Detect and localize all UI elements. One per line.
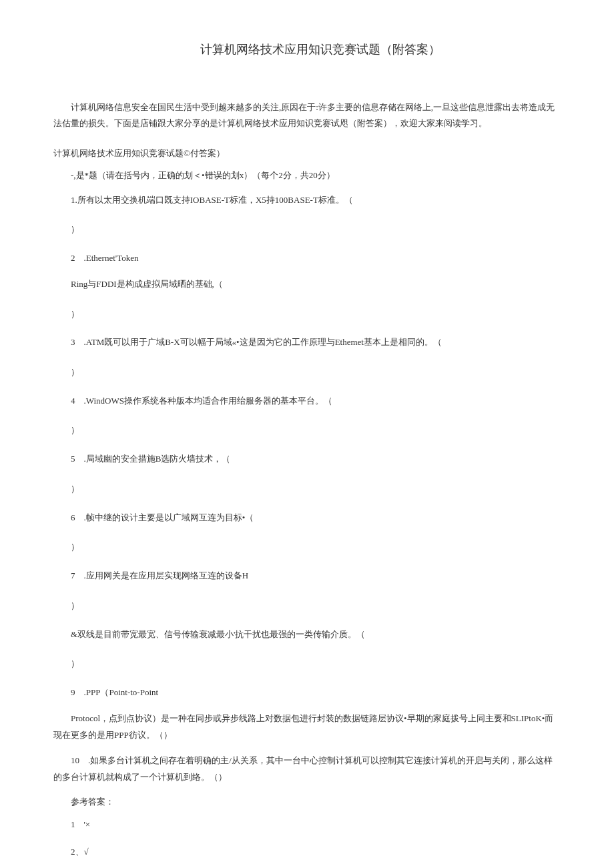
answers-label: 参考答案： bbox=[53, 795, 561, 809]
paren-7: ） bbox=[53, 599, 561, 613]
section-header: 计算机网络技术应用知识竞赛试题©付答案） bbox=[53, 145, 561, 162]
question-6: 6 .帧中继的设计主要是以广域网互连为目标•（ bbox=[53, 510, 561, 526]
paren-6: ） bbox=[53, 540, 561, 554]
paren-4: ） bbox=[53, 424, 561, 438]
question-4: 4 .WindOWS操作系统各种版本均适合作用绐服务器的基本平台。（ bbox=[53, 393, 561, 410]
page-title: 计算机网络技术应用知识竞赛试题（附答案） bbox=[53, 40, 561, 59]
paren-2: ） bbox=[53, 308, 561, 322]
sub-header: -,是*题（请在括号内，正确的划＜•错误的划x）（每个2分，共20分） bbox=[53, 169, 561, 183]
intro-paragraph: 计算机网络信息安全在国民生活中受到越来越多的关注,原因在于:许多主要的信息存储在… bbox=[53, 99, 561, 132]
question-9a: 9 .PPP（Point-to-Point bbox=[53, 685, 561, 701]
paren-1: ） bbox=[53, 223, 561, 237]
question-3: 3 .ATM既可以用于广域B-X可以幅于局域«•这是因为它的工作原理与Ethem… bbox=[53, 334, 561, 351]
question-8: &双线是目前带宽最宽、信号传输衰减最小'抗干扰也最强的一类传输介质。（ bbox=[53, 626, 561, 643]
question-1: 1.所有以太用交换机端口既支持IOBASE-T标准，X5持100BASE-T标准… bbox=[53, 192, 561, 209]
question-7: 7 .应用网关是在应用层实现网络互连的设备H bbox=[53, 568, 561, 584]
question-10: 10 .如果多台计算机之间存在着明确的主/从关系，其中一台中心控制计算机可以控制… bbox=[53, 753, 561, 785]
question-5: 5 .局域幽的安全措施B选防火墙技术，（ bbox=[53, 451, 561, 468]
answer-2: 2、√ bbox=[53, 845, 561, 859]
question-9b: Protocol，点到点协议）是一种在同步或异步线路上对数据包进行封装的数据链路… bbox=[53, 711, 561, 743]
question-2b: Ring与FDDI是构成虚拟局域晒的基础,（ bbox=[53, 276, 561, 293]
answer-1: 1 '× bbox=[53, 818, 561, 832]
paren-8: ） bbox=[53, 657, 561, 671]
paren-5: ） bbox=[53, 482, 561, 496]
question-2a: 2 .Ethernet'Token bbox=[53, 250, 561, 267]
paren-3: ） bbox=[53, 366, 561, 380]
